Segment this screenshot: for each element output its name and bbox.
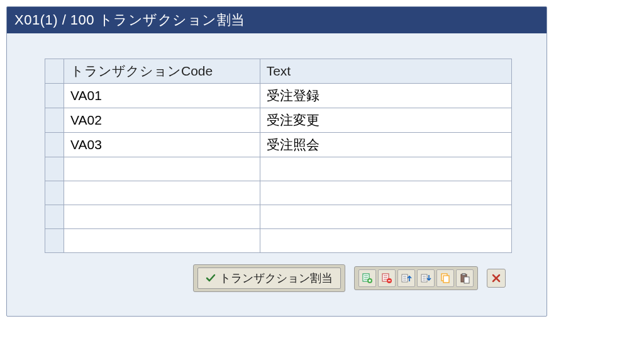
assign-transaction-button[interactable]: トランザクション割当 (197, 267, 341, 289)
table-row[interactable] (45, 205, 512, 229)
paste-button[interactable] (456, 269, 474, 287)
content-area: トランザクションCode Text VA01 受注登録 VA02 受注変更 V (7, 33, 547, 316)
cell-code[interactable] (64, 157, 260, 181)
window-title: X01(1) / 100 トランザクション割当 (14, 12, 245, 28)
cell-text[interactable]: 受注変更 (260, 108, 511, 133)
toolbar: トランザクション割当 (45, 253, 512, 303)
column-header-selector[interactable] (45, 59, 64, 84)
row-selector[interactable] (45, 157, 64, 181)
copy-button[interactable] (436, 269, 454, 287)
move-up-icon (401, 273, 412, 284)
cell-text[interactable]: 受注登録 (260, 84, 511, 108)
close-button[interactable] (487, 269, 506, 288)
move-up-button[interactable] (397, 269, 415, 287)
insert-row-button[interactable] (358, 269, 376, 287)
svg-rect-24 (462, 274, 465, 276)
svg-rect-25 (464, 277, 469, 283)
cell-text[interactable] (260, 157, 511, 181)
move-down-icon (420, 273, 431, 284)
row-selector[interactable] (45, 84, 64, 108)
window: X01(1) / 100 トランザクション割当 トランザクションCode Tex… (6, 6, 547, 317)
transaction-table: トランザクションCode Text VA01 受注登録 VA02 受注変更 V (45, 59, 512, 253)
row-selector[interactable] (45, 108, 64, 133)
row-selector[interactable] (45, 205, 64, 229)
cell-code[interactable] (64, 205, 260, 229)
cell-text[interactable]: 受注照会 (260, 133, 511, 157)
move-down-button[interactable] (417, 269, 435, 287)
close-icon (492, 274, 501, 283)
table-row[interactable]: VA02 受注変更 (45, 108, 512, 133)
cell-text[interactable] (260, 205, 511, 229)
cell-code[interactable] (64, 181, 260, 205)
row-selector[interactable] (45, 229, 64, 253)
assign-button-label: トランザクション割当 (219, 271, 333, 286)
cell-text[interactable] (260, 181, 511, 205)
table-row[interactable] (45, 229, 512, 253)
table-row[interactable]: VA01 受注登録 (45, 84, 512, 108)
cell-text[interactable] (260, 229, 511, 253)
cell-code[interactable]: VA02 (64, 108, 260, 133)
transaction-assign-group: トランザクション割当 (193, 264, 345, 292)
table-row[interactable]: VA03 受注照会 (45, 133, 512, 157)
window-titlebar: X01(1) / 100 トランザクション割当 (7, 7, 547, 33)
svg-rect-22 (443, 276, 449, 283)
column-header-code[interactable]: トランザクションCode (64, 59, 260, 84)
row-selector[interactable] (45, 133, 64, 157)
table-row[interactable] (45, 181, 512, 205)
paste-icon (459, 273, 470, 284)
table-row[interactable] (45, 157, 512, 181)
copy-icon (440, 273, 451, 284)
cell-code[interactable] (64, 229, 260, 253)
insert-row-icon (362, 273, 373, 284)
cell-code[interactable]: VA03 (64, 133, 260, 157)
row-actions-group (354, 266, 478, 290)
delete-row-icon (381, 273, 392, 284)
cell-code[interactable]: VA01 (64, 84, 260, 108)
row-selector[interactable] (45, 181, 64, 205)
check-icon (206, 273, 216, 283)
column-header-text[interactable]: Text (260, 59, 511, 84)
delete-row-button[interactable] (378, 269, 396, 287)
